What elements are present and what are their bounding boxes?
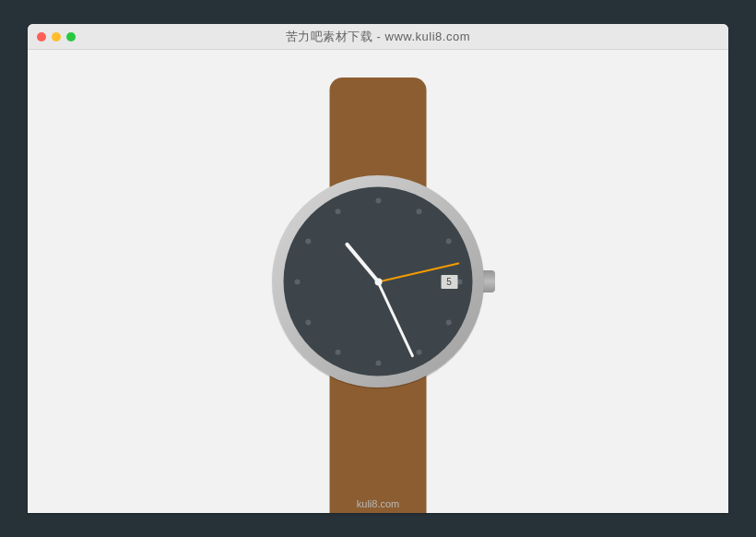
minimize-icon[interactable] (52, 32, 61, 42)
hour-marker (445, 319, 451, 325)
watch-center-pin (374, 278, 382, 285)
hour-marker (445, 238, 451, 244)
window-title: 苦力吧素材下载 - www.kuli8.com (28, 29, 728, 45)
minute-hand (377, 280, 415, 357)
window-controls (37, 32, 76, 42)
close-icon[interactable] (37, 32, 46, 42)
browser-window: 苦力吧素材下载 - www.kuli8.com 5 kuli8.com (28, 24, 728, 513)
titlebar: 苦力吧素材下载 - www.kuli8.com (28, 24, 728, 50)
hour-marker (335, 209, 340, 214)
watermark-text: kuli8.com (357, 498, 399, 509)
watch-crown (482, 270, 495, 292)
watch-case: 5 (272, 175, 484, 388)
date-window: 5 (441, 275, 457, 289)
viewport: 5 kuli8.com (28, 50, 728, 513)
hour-marker (375, 360, 381, 365)
hour-marker (305, 238, 311, 244)
hour-hand (344, 242, 379, 283)
hour-marker (416, 209, 421, 214)
hour-marker (416, 349, 421, 354)
hour-marker (335, 349, 340, 354)
maximize-icon[interactable] (66, 32, 76, 42)
watch-dial: 5 (284, 187, 473, 376)
hour-marker (375, 197, 381, 203)
hour-marker (305, 319, 311, 325)
hour-marker (294, 279, 300, 284)
